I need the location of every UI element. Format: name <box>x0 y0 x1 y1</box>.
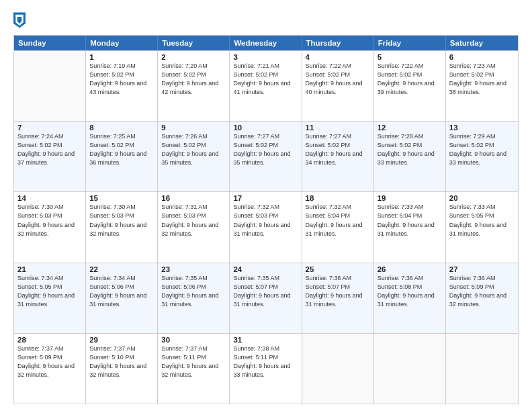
calendar-cell: 9Sunrise: 7:26 AMSunset: 5:02 PMDaylight… <box>158 122 230 191</box>
day-number: 12 <box>378 124 442 132</box>
cell-info: Sunrise: 7:32 AMSunset: 5:03 PMDaylight:… <box>233 203 298 238</box>
calendar-cell: 10Sunrise: 7:27 AMSunset: 5:02 PMDayligh… <box>230 122 302 191</box>
day-number: 1 <box>89 53 154 61</box>
cell-info: Sunrise: 7:30 AMSunset: 5:03 PMDaylight:… <box>89 203 154 238</box>
calendar-week-3: 14Sunrise: 7:30 AMSunset: 5:03 PMDayligh… <box>14 191 518 262</box>
calendar-cell: 21Sunrise: 7:34 AMSunset: 5:05 PMDayligh… <box>14 263 86 333</box>
calendar-cell <box>374 334 446 404</box>
cell-info: Sunrise: 7:27 AMSunset: 5:02 PMDaylight:… <box>306 132 370 167</box>
cell-info: Sunrise: 7:32 AMSunset: 5:04 PMDaylight:… <box>306 203 370 238</box>
day-number: 28 <box>17 336 82 344</box>
day-number: 3 <box>233 53 298 61</box>
day-number: 31 <box>233 336 298 344</box>
calendar: SundayMondayTuesdayWednesdayThursdayFrid… <box>13 35 519 404</box>
day-number: 15 <box>89 194 154 202</box>
calendar-cell: 11Sunrise: 7:27 AMSunset: 5:02 PMDayligh… <box>302 122 374 191</box>
page: SundayMondayTuesdayWednesdayThursdayFrid… <box>0 0 532 411</box>
calendar-header-thursday: Thursday <box>302 36 374 50</box>
calendar-header-saturday: Saturday <box>446 36 518 50</box>
day-number: 25 <box>306 265 370 273</box>
day-number: 10 <box>233 124 298 132</box>
day-number: 22 <box>89 265 154 273</box>
calendar-cell: 23Sunrise: 7:35 AMSunset: 5:06 PMDayligh… <box>158 263 230 333</box>
calendar-header-friday: Friday <box>374 36 446 50</box>
calendar-cell: 6Sunrise: 7:23 AMSunset: 5:02 PMDaylight… <box>446 51 518 121</box>
cell-info: Sunrise: 7:33 AMSunset: 5:05 PMDaylight:… <box>449 203 515 238</box>
cell-info: Sunrise: 7:23 AMSunset: 5:02 PMDaylight:… <box>449 62 515 97</box>
calendar-cell: 28Sunrise: 7:37 AMSunset: 5:09 PMDayligh… <box>14 334 86 404</box>
cell-info: Sunrise: 7:30 AMSunset: 5:03 PMDaylight:… <box>17 203 82 238</box>
calendar-week-1: 1Sunrise: 7:19 AMSunset: 5:02 PMDaylight… <box>14 50 518 121</box>
cell-info: Sunrise: 7:27 AMSunset: 5:02 PMDaylight:… <box>233 132 298 167</box>
day-number: 13 <box>449 124 515 132</box>
calendar-cell: 16Sunrise: 7:31 AMSunset: 5:03 PMDayligh… <box>158 192 230 262</box>
day-number: 5 <box>378 53 442 61</box>
calendar-cell: 29Sunrise: 7:37 AMSunset: 5:10 PMDayligh… <box>86 334 158 404</box>
cell-info: Sunrise: 7:33 AMSunset: 5:04 PMDaylight:… <box>378 203 442 238</box>
calendar-cell: 5Sunrise: 7:22 AMSunset: 5:02 PMDaylight… <box>374 51 446 121</box>
day-number: 30 <box>161 336 226 344</box>
day-number: 24 <box>233 265 298 273</box>
calendar-header-sunday: Sunday <box>14 36 86 50</box>
calendar-cell: 26Sunrise: 7:36 AMSunset: 5:08 PMDayligh… <box>374 263 446 333</box>
calendar-cell: 15Sunrise: 7:30 AMSunset: 5:03 PMDayligh… <box>86 192 158 262</box>
day-number: 7 <box>17 124 82 132</box>
cell-info: Sunrise: 7:22 AMSunset: 5:02 PMDaylight:… <box>306 62 370 97</box>
calendar-cell: 31Sunrise: 7:38 AMSunset: 5:11 PMDayligh… <box>230 334 302 404</box>
cell-info: Sunrise: 7:35 AMSunset: 5:06 PMDaylight:… <box>161 274 226 309</box>
cell-info: Sunrise: 7:38 AMSunset: 5:11 PMDaylight:… <box>233 345 298 379</box>
cell-info: Sunrise: 7:34 AMSunset: 5:05 PMDaylight:… <box>17 274 82 309</box>
cell-info: Sunrise: 7:21 AMSunset: 5:02 PMDaylight:… <box>233 62 298 97</box>
cell-info: Sunrise: 7:28 AMSunset: 5:02 PMDaylight:… <box>378 132 442 167</box>
calendar-cell: 30Sunrise: 7:37 AMSunset: 5:11 PMDayligh… <box>158 334 230 404</box>
calendar-cell: 17Sunrise: 7:32 AMSunset: 5:03 PMDayligh… <box>230 192 302 262</box>
calendar-cell: 24Sunrise: 7:35 AMSunset: 5:07 PMDayligh… <box>230 263 302 333</box>
cell-info: Sunrise: 7:36 AMSunset: 5:09 PMDaylight:… <box>449 274 515 309</box>
day-number: 19 <box>378 194 442 202</box>
cell-info: Sunrise: 7:26 AMSunset: 5:02 PMDaylight:… <box>161 132 226 167</box>
calendar-cell: 18Sunrise: 7:32 AMSunset: 5:04 PMDayligh… <box>302 192 374 262</box>
day-number: 14 <box>17 194 82 202</box>
day-number: 20 <box>449 194 515 202</box>
day-number: 23 <box>161 265 226 273</box>
calendar-week-5: 28Sunrise: 7:37 AMSunset: 5:09 PMDayligh… <box>14 333 518 404</box>
calendar-cell: 1Sunrise: 7:19 AMSunset: 5:02 PMDaylight… <box>86 51 158 121</box>
calendar-body: 1Sunrise: 7:19 AMSunset: 5:02 PMDaylight… <box>14 50 518 404</box>
calendar-header-row: SundayMondayTuesdayWednesdayThursdayFrid… <box>14 36 518 50</box>
day-number: 2 <box>161 53 226 61</box>
logo <box>13 12 28 28</box>
day-number: 26 <box>378 265 442 273</box>
calendar-cell: 3Sunrise: 7:21 AMSunset: 5:02 PMDaylight… <box>230 51 302 121</box>
calendar-cell: 7Sunrise: 7:24 AMSunset: 5:02 PMDaylight… <box>14 122 86 191</box>
cell-info: Sunrise: 7:37 AMSunset: 5:11 PMDaylight:… <box>161 345 226 379</box>
cell-info: Sunrise: 7:36 AMSunset: 5:08 PMDaylight:… <box>378 274 442 309</box>
cell-info: Sunrise: 7:19 AMSunset: 5:02 PMDaylight:… <box>89 62 154 97</box>
header <box>13 12 519 28</box>
day-number: 17 <box>233 194 298 202</box>
cell-info: Sunrise: 7:20 AMSunset: 5:02 PMDaylight:… <box>161 62 226 97</box>
calendar-cell: 8Sunrise: 7:25 AMSunset: 5:02 PMDaylight… <box>86 122 158 191</box>
day-number: 8 <box>89 124 154 132</box>
logo-icon <box>13 12 26 28</box>
calendar-cell: 13Sunrise: 7:29 AMSunset: 5:02 PMDayligh… <box>446 122 518 191</box>
calendar-cell: 12Sunrise: 7:28 AMSunset: 5:02 PMDayligh… <box>374 122 446 191</box>
calendar-cell: 22Sunrise: 7:34 AMSunset: 5:06 PMDayligh… <box>86 263 158 333</box>
calendar-cell <box>446 334 518 404</box>
cell-info: Sunrise: 7:36 AMSunset: 5:07 PMDaylight:… <box>306 274 370 309</box>
calendar-week-4: 21Sunrise: 7:34 AMSunset: 5:05 PMDayligh… <box>14 263 518 333</box>
cell-info: Sunrise: 7:29 AMSunset: 5:02 PMDaylight:… <box>449 132 515 167</box>
cell-info: Sunrise: 7:37 AMSunset: 5:10 PMDaylight:… <box>89 345 154 379</box>
calendar-cell: 2Sunrise: 7:20 AMSunset: 5:02 PMDaylight… <box>158 51 230 121</box>
calendar-week-2: 7Sunrise: 7:24 AMSunset: 5:02 PMDaylight… <box>14 121 518 191</box>
cell-info: Sunrise: 7:22 AMSunset: 5:02 PMDaylight:… <box>378 62 442 97</box>
cell-info: Sunrise: 7:35 AMSunset: 5:07 PMDaylight:… <box>233 274 298 309</box>
calendar-header-tuesday: Tuesday <box>158 36 230 50</box>
calendar-cell <box>14 51 86 121</box>
calendar-cell: 19Sunrise: 7:33 AMSunset: 5:04 PMDayligh… <box>374 192 446 262</box>
calendar-cell: 14Sunrise: 7:30 AMSunset: 5:03 PMDayligh… <box>14 192 86 262</box>
cell-info: Sunrise: 7:25 AMSunset: 5:02 PMDaylight:… <box>89 132 154 167</box>
calendar-header-monday: Monday <box>86 36 158 50</box>
day-number: 18 <box>306 194 370 202</box>
calendar-cell <box>302 334 374 404</box>
cell-info: Sunrise: 7:24 AMSunset: 5:02 PMDaylight:… <box>17 132 82 167</box>
